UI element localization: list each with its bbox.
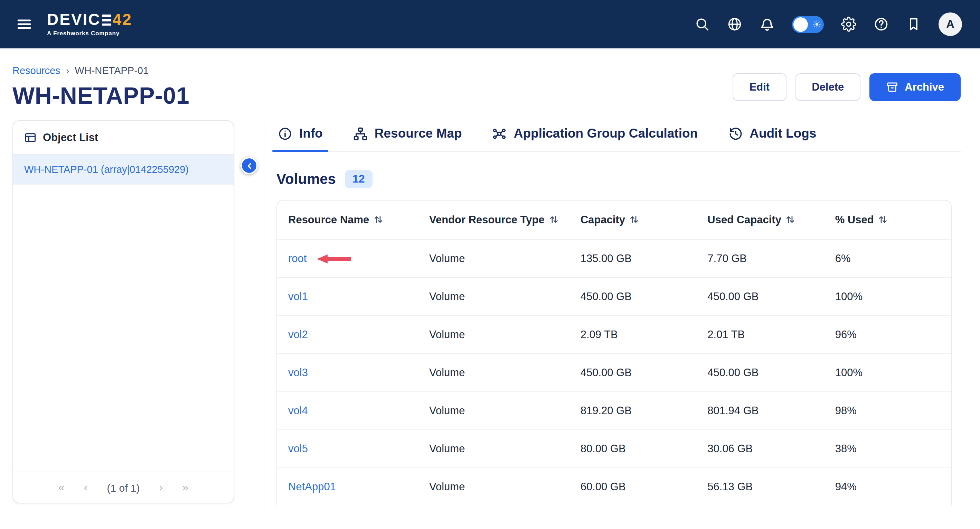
sort-icon xyxy=(879,215,888,224)
tab-resource-map[interactable]: Resource Map xyxy=(352,126,463,151)
logo-wordmark: DEVIC42 xyxy=(47,11,132,29)
breadcrumb: Resources › WH-NETAPP-01 xyxy=(13,65,189,76)
volume-row-vol4: vol4 Volume 819.20 GB 801.94 GB 98% xyxy=(277,392,951,430)
volume-link-vol5[interactable]: vol5 xyxy=(288,443,308,454)
volumes-title: Volumes xyxy=(277,171,336,187)
object-list-icon xyxy=(24,131,37,144)
archive-button-label: Archive xyxy=(905,81,944,93)
object-list-pagination: « ‹ (1 of 1) › » xyxy=(13,472,234,503)
top-nav: DEVIC42 A Freshworks Company xyxy=(0,0,980,48)
cell-capacity: 819.20 GB xyxy=(570,392,697,430)
detail-content: Info Resource Map Application Group Calc… xyxy=(265,120,961,515)
breadcrumb-resources-link[interactable]: Resources xyxy=(13,65,60,76)
archive-button[interactable]: Archive xyxy=(869,73,961,101)
cell-resource-name: root xyxy=(277,240,418,278)
cell-percent-used: 38% xyxy=(824,430,951,468)
volume-link-vol2[interactable]: vol2 xyxy=(288,328,308,340)
sort-icon xyxy=(630,215,639,224)
cell-percent-used: 100% xyxy=(824,354,951,392)
column-label: % Used xyxy=(835,214,874,225)
cell-percent-used: 98% xyxy=(824,392,951,430)
tab-info[interactable]: Info xyxy=(277,126,324,151)
cell-capacity: 135.00 GB xyxy=(570,240,697,278)
hamburger-menu-button[interactable] xyxy=(15,15,33,33)
volumes-table-header-row: Resource Name Vendor Resource Type Capac… xyxy=(277,201,951,240)
volume-row-netapp01: NetApp01 Volume 60.00 GB 56.13 GB 94% xyxy=(277,468,951,505)
volume-row-vol1: vol1 Volume 450.00 GB 450.00 GB 100% xyxy=(277,278,951,315)
object-list-header: Object List xyxy=(13,121,234,155)
cell-vendor-type: Volume xyxy=(418,240,570,278)
help-button[interactable] xyxy=(873,17,889,32)
panel-collapse-button[interactable] xyxy=(240,157,258,174)
cell-capacity: 60.00 GB xyxy=(570,468,697,505)
column-label: Used Capacity xyxy=(707,214,781,225)
action-buttons: Edit Delete Archive xyxy=(733,73,961,101)
tab-audit-logs[interactable]: Audit Logs xyxy=(727,126,818,151)
resource-map-icon xyxy=(353,126,368,141)
object-list-item-selected[interactable]: WH-NETAPP-01 (array|0142255929) xyxy=(13,155,234,185)
annotation-arrow-icon xyxy=(316,254,351,264)
volume-link-netapp01[interactable]: NetApp01 xyxy=(288,481,336,492)
logo-text-main: DEVIC xyxy=(47,11,101,29)
volumes-count-badge: 12 xyxy=(345,170,372,188)
volumes-table: Resource Name Vendor Resource Type Capac… xyxy=(277,200,952,505)
pagination-last-button[interactable]: » xyxy=(182,481,188,494)
bookmark-button[interactable] xyxy=(906,17,921,32)
theme-toggle[interactable] xyxy=(792,16,824,33)
logo-text-accent: 42 xyxy=(113,11,132,29)
cell-percent-used: 94% xyxy=(824,468,951,505)
object-list-title: Object List xyxy=(43,131,98,144)
edit-button[interactable]: Edit xyxy=(733,73,786,101)
cell-vendor-type: Volume xyxy=(418,430,570,468)
breadcrumb-separator: › xyxy=(66,65,70,76)
cell-capacity: 80.00 GB xyxy=(570,430,697,468)
page-body: Resources › WH-NETAPP-01 WH-NETAPP-01 Ed… xyxy=(0,65,980,515)
user-avatar[interactable]: A xyxy=(939,13,962,36)
main-area: Object List WH-NETAPP-01 (array|01422559… xyxy=(13,120,961,515)
search-button[interactable] xyxy=(695,17,710,32)
pagination-prev-button[interactable]: ‹ xyxy=(84,481,88,494)
cell-vendor-type: Volume xyxy=(418,468,570,505)
column-label: Resource Name xyxy=(288,214,369,225)
logo-subtitle: A Freshworks Company xyxy=(47,31,132,37)
info-icon xyxy=(278,126,292,141)
volume-row-vol5: vol5 Volume 80.00 GB 30.06 GB 38% xyxy=(277,430,951,468)
cell-capacity: 450.00 GB xyxy=(570,354,697,392)
help-icon xyxy=(873,17,889,32)
title-block: Resources › WH-NETAPP-01 WH-NETAPP-01 xyxy=(13,65,189,109)
volume-link-vol4[interactable]: vol4 xyxy=(288,405,308,416)
tab-application-group-calculation[interactable]: Application Group Calculation xyxy=(491,126,699,151)
settings-button[interactable] xyxy=(841,17,856,32)
cell-percent-used: 6% xyxy=(824,240,951,278)
tab-info-label: Info xyxy=(299,126,323,141)
gear-icon xyxy=(841,17,856,32)
globe-icon xyxy=(727,17,742,32)
notifications-button[interactable] xyxy=(759,17,775,32)
volume-row-vol2: vol2 Volume 2.09 TB 2.01 TB 96% xyxy=(277,315,951,354)
column-header-capacity[interactable]: Capacity xyxy=(570,201,697,240)
device42-app: DEVIC42 A Freshworks Company xyxy=(0,0,980,529)
search-icon xyxy=(695,17,710,32)
page-header: Resources › WH-NETAPP-01 WH-NETAPP-01 Ed… xyxy=(13,65,961,109)
delete-button[interactable]: Delete xyxy=(795,73,861,101)
column-label: Vendor Resource Type xyxy=(429,214,545,225)
column-header-resource-name[interactable]: Resource Name xyxy=(277,201,418,240)
pagination-next-button[interactable]: › xyxy=(159,481,163,494)
volume-link-vol3[interactable]: vol3 xyxy=(288,366,308,378)
pagination-first-button[interactable]: « xyxy=(59,481,65,494)
volume-link-root[interactable]: root xyxy=(288,252,307,264)
archive-icon xyxy=(886,81,899,93)
cell-vendor-type: Volume xyxy=(418,315,570,354)
cell-used-capacity: 30.06 GB xyxy=(696,430,824,468)
cell-capacity: 2.09 TB xyxy=(570,315,697,354)
cell-percent-used: 100% xyxy=(824,278,951,315)
object-list-panel: Object List WH-NETAPP-01 (array|01422559… xyxy=(13,120,234,504)
column-header-used-capacity[interactable]: Used Capacity xyxy=(696,201,824,240)
volume-row-root: root Volume 135.00 GB 7.70 GB 6% xyxy=(277,240,951,278)
column-header-percent-used[interactable]: % Used xyxy=(824,201,951,240)
column-header-vendor-resource-type[interactable]: Vendor Resource Type xyxy=(418,201,570,240)
cell-resource-name: vol1 xyxy=(277,278,418,315)
tab-application-group-calculation-label: Application Group Calculation xyxy=(514,126,698,141)
volume-link-vol1[interactable]: vol1 xyxy=(288,290,308,302)
globe-button[interactable] xyxy=(727,17,742,32)
